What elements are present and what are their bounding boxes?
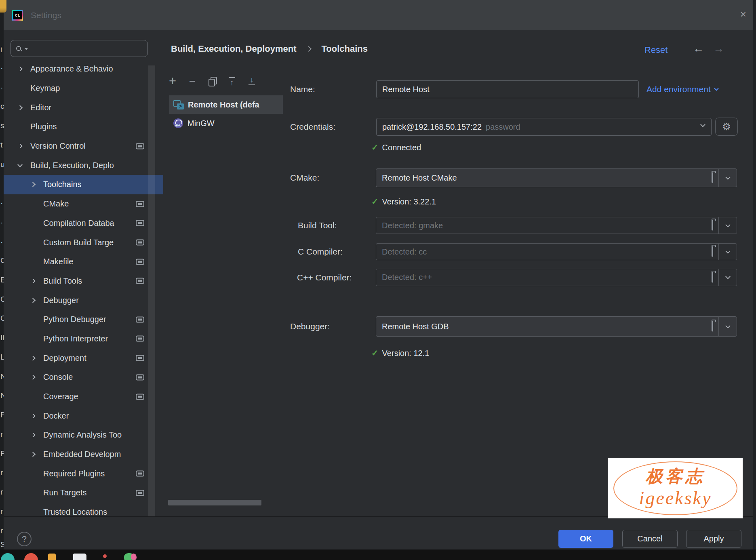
c-compiler-dropdown-button[interactable] — [718, 244, 737, 260]
breadcrumb-group[interactable]: Build, Execution, Deployment — [171, 44, 296, 54]
build-tool-dropdown-button[interactable] — [718, 217, 737, 234]
settings-tree-item[interactable]: Python Debugger — [4, 310, 163, 329]
tree-chevron-icon[interactable] — [29, 472, 37, 476]
cmake-dropdown-button[interactable] — [718, 169, 737, 187]
settings-tree-item[interactable]: Toolchains — [4, 175, 163, 194]
tree-chevron-icon[interactable] — [29, 183, 37, 186]
tree-chevron-icon[interactable] — [29, 414, 37, 418]
tree-chevron-icon[interactable] — [29, 433, 37, 437]
settings-tree-item[interactable]: CMake — [4, 194, 163, 214]
reset-link[interactable]: Reset — [644, 45, 668, 55]
settings-tree-item[interactable]: Trusted Locations — [4, 503, 163, 516]
taskbar-app-icon[interactable] — [73, 554, 86, 560]
tree-chevron-icon[interactable] — [16, 144, 24, 148]
tree-chevron-icon[interactable] — [16, 67, 24, 71]
cancel-button[interactable]: Cancel — [622, 530, 678, 548]
debugger-dropdown-button[interactable] — [718, 317, 737, 336]
settings-tree-item[interactable]: Docker — [4, 406, 163, 425]
toolchain-item[interactable]: MinGW — [169, 114, 283, 133]
toolbar-icon[interactable] — [187, 76, 198, 87]
taskbar-app-icon[interactable] — [24, 553, 38, 560]
tree-chevron-icon[interactable] — [29, 221, 37, 225]
close-icon[interactable]: × — [740, 8, 746, 21]
chevron-down-icon[interactable] — [700, 122, 705, 127]
settings-tree-item[interactable]: Console — [4, 368, 163, 387]
toolbar-icon[interactable] — [167, 76, 178, 87]
browse-button[interactable] — [712, 221, 713, 230]
settings-tree-item[interactable]: Debugger — [4, 291, 163, 310]
tree-chevron-icon[interactable] — [29, 337, 37, 341]
settings-tree-item[interactable]: Editor — [4, 98, 163, 117]
background-right-strip — [753, 0, 756, 560]
settings-tree-item[interactable]: Python Interpreter — [4, 329, 163, 349]
sidebar-scrollbar[interactable] — [148, 65, 155, 516]
tree-chevron-icon[interactable] — [16, 106, 24, 109]
tree-chevron-icon[interactable] — [29, 356, 37, 360]
settings-tree-item[interactable]: Build, Execution, Deplo — [4, 156, 163, 175]
settings-tree-item[interactable]: Keymap — [4, 79, 163, 98]
tree-chevron-icon[interactable] — [29, 299, 37, 302]
toolbar-icon[interactable] — [246, 76, 257, 87]
forward-arrow-icon[interactable]: → — [713, 42, 724, 55]
toolbar-icon[interactable] — [226, 76, 238, 87]
toolchain-item[interactable]: Remote Host (defa — [169, 95, 283, 114]
browse-button[interactable] — [712, 247, 713, 257]
cpp-compiler-field[interactable]: Detected: c++ — [376, 269, 737, 286]
tree-chevron-icon[interactable] — [16, 86, 24, 90]
settings-tree-item[interactable]: Embedded Developm — [4, 445, 163, 464]
browse-button[interactable] — [712, 273, 713, 282]
cpp-compiler-dropdown-button[interactable] — [718, 269, 737, 286]
toolchain-list-scrollbar[interactable] — [168, 500, 261, 505]
build-tool-field[interactable]: Detected: gmake — [376, 217, 737, 234]
settings-tree-item[interactable]: Compilation Databa — [4, 214, 163, 233]
ok-button[interactable]: OK — [558, 530, 613, 548]
settings-tree-item[interactable]: Required Plugins — [4, 464, 163, 483]
tree-chevron-icon[interactable] — [29, 453, 37, 456]
apply-button[interactable]: Apply — [686, 530, 741, 548]
settings-search-field[interactable] — [11, 40, 148, 57]
tree-chevron-icon[interactable] — [16, 125, 24, 128]
toolbar-icon[interactable] — [206, 76, 218, 87]
tree-chevron-icon[interactable] — [29, 241, 37, 244]
taskbar-app-icon[interactable] — [1, 553, 15, 560]
back-arrow-icon[interactable]: ← — [693, 42, 704, 55]
settings-tree-item[interactable]: Plugins — [4, 117, 163, 137]
in-place-settings-icon — [136, 336, 144, 342]
tree-chevron-icon[interactable] — [29, 318, 37, 321]
c-compiler-field[interactable]: Detected: cc — [376, 243, 737, 260]
tree-chevron-icon[interactable] — [16, 164, 24, 166]
settings-tree-item[interactable]: Dynamic Analysis Too — [4, 425, 163, 445]
cmake-field[interactable]: Remote Host CMake — [376, 168, 737, 187]
taskbar-app-icon[interactable] — [103, 554, 107, 558]
browse-button[interactable] — [712, 322, 713, 331]
name-field[interactable]: Remote Host — [376, 80, 639, 98]
settings-tree-item[interactable]: Build Tools — [4, 272, 163, 291]
connection-status-text: Connected — [382, 143, 421, 152]
tree-chevron-icon[interactable] — [29, 260, 37, 263]
settings-tree-item[interactable]: Deployment — [4, 348, 163, 368]
tree-chevron-icon[interactable] — [29, 375, 37, 379]
add-environment-link[interactable]: Add environment — [646, 80, 718, 98]
settings-tree-item[interactable]: Appearance & Behavio — [4, 59, 163, 79]
debugger-field[interactable]: Remote Host GDB — [376, 316, 737, 337]
credentials-settings-button[interactable]: ⚙ — [715, 118, 738, 136]
tree-chevron-icon[interactable] — [29, 202, 37, 206]
credentials-password-hint: password — [486, 122, 520, 132]
help-button[interactable]: ? — [17, 532, 32, 546]
settings-tree-item[interactable]: Version Control — [4, 137, 163, 156]
tree-chevron-icon[interactable] — [29, 510, 37, 514]
tree-chevron-icon[interactable] — [29, 491, 37, 495]
settings-tree-item[interactable]: Run Targets — [4, 483, 163, 503]
taskbar-app-icon[interactable] — [124, 553, 135, 560]
tree-chevron-icon[interactable] — [29, 279, 37, 283]
tree-chevron-icon[interactable] — [29, 395, 37, 398]
search-input[interactable] — [29, 40, 147, 57]
settings-tree-item[interactable]: Custom Build Targe — [4, 233, 163, 252]
tree-item-label: Docker — [43, 411, 69, 421]
desktop: i··cstu···CECCIlLNNFrFrrrrS Settings × A… — [0, 0, 756, 560]
taskbar-app-icon[interactable] — [48, 554, 56, 560]
settings-tree-item[interactable]: Coverage — [4, 387, 163, 406]
browse-button[interactable] — [712, 173, 713, 183]
credentials-field[interactable]: patrick@192.168.50.157:22 password — [376, 118, 712, 136]
settings-tree-item[interactable]: Makefile — [4, 252, 163, 272]
